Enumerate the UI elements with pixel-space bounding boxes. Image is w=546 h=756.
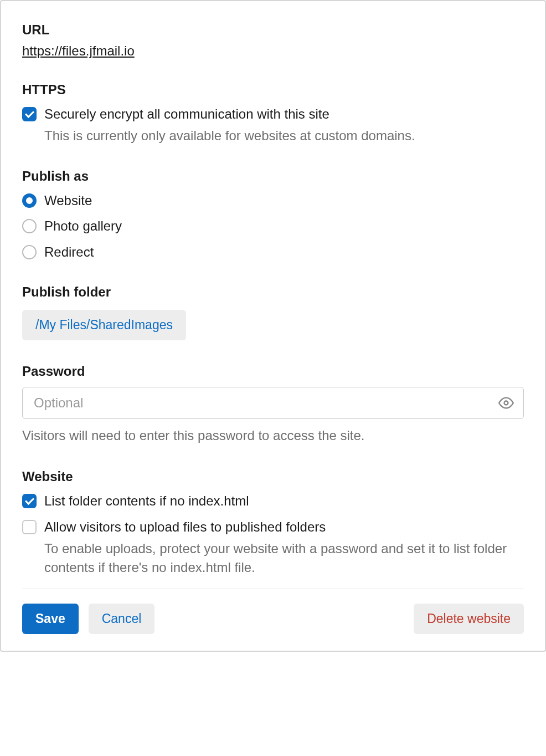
website-section: Website List folder contents if no index… — [22, 469, 524, 576]
delete-website-button[interactable]: Delete website — [414, 604, 524, 634]
allow-upload-checkbox[interactable] — [22, 520, 37, 534]
https-help: This is currently only available for web… — [44, 126, 524, 145]
save-button[interactable]: Save — [22, 604, 79, 634]
password-section: Password Visitors will need to enter thi… — [22, 364, 524, 443]
url-link[interactable]: https://files.jfmail.io — [22, 43, 135, 58]
publish-as-radio-photo-gallery[interactable] — [22, 219, 37, 233]
publish-as-radio-redirect[interactable] — [22, 245, 37, 259]
publish-folder-button[interactable]: /My Files/SharedImages — [22, 310, 186, 340]
website-label: Website — [22, 469, 524, 484]
publish-as-section: Publish as Website Photo gallery Redirec… — [22, 168, 524, 261]
list-contents-checkbox[interactable] — [22, 494, 37, 508]
cancel-button[interactable]: Cancel — [89, 604, 155, 634]
footer: Save Cancel Delete website — [22, 604, 524, 634]
website-settings-panel: URL https://files.jfmail.io HTTPS Secure… — [0, 0, 546, 652]
https-checkbox[interactable] — [22, 107, 37, 121]
allow-upload-label: Allow visitors to upload files to publis… — [44, 518, 524, 536]
list-contents-label: List folder contents if no index.html — [44, 492, 524, 510]
svg-point-0 — [504, 401, 508, 405]
footer-divider — [22, 589, 524, 589]
url-label: URL — [22, 22, 524, 38]
publish-as-radio-website[interactable] — [22, 193, 37, 208]
publish-folder-section: Publish folder /My Files/SharedImages — [22, 284, 524, 340]
https-option-label: Securely encrypt all communication with … — [44, 105, 524, 123]
publish-as-option-website: Website — [44, 192, 92, 210]
publish-as-label: Publish as — [22, 168, 524, 184]
eye-icon[interactable] — [498, 395, 514, 411]
password-help: Visitors will need to enter this passwor… — [22, 428, 524, 443]
url-section: URL https://files.jfmail.io — [22, 22, 524, 59]
https-label: HTTPS — [22, 82, 524, 98]
password-label: Password — [22, 364, 524, 379]
publish-as-option-photo-gallery: Photo gallery — [44, 217, 122, 235]
allow-upload-help: To enable uploads, protect your website … — [44, 539, 524, 576]
publish-folder-label: Publish folder — [22, 284, 524, 300]
password-input[interactable] — [22, 387, 524, 419]
https-section: HTTPS Securely encrypt all communication… — [22, 82, 524, 145]
publish-as-option-redirect: Redirect — [44, 243, 94, 261]
